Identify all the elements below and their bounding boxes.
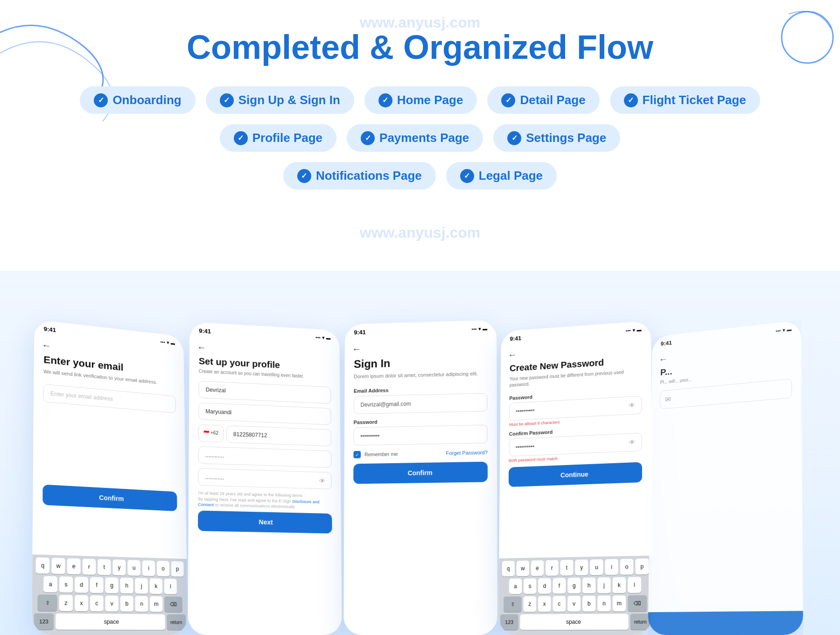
- tag-detail[interactable]: ✓ Detail Page: [487, 86, 599, 114]
- key-c[interactable]: c: [90, 595, 104, 612]
- key-n[interactable]: n: [597, 595, 610, 611]
- key-t[interactable]: t: [560, 560, 573, 576]
- signin-password-input[interactable]: ••••••••••: [354, 425, 488, 446]
- key-f[interactable]: f: [90, 577, 103, 593]
- phone-input[interactable]: 81225807712: [226, 425, 331, 446]
- remember-row: ✓ Remember me Forget Password?: [353, 449, 487, 459]
- password-input[interactable]: ............: [198, 446, 332, 468]
- key-s[interactable]: s: [524, 579, 537, 594]
- key-m[interactable]: m: [150, 596, 163, 612]
- tag-flight[interactable]: ✓ Flight Ticket Page: [610, 86, 760, 114]
- key-a[interactable]: a: [509, 579, 522, 594]
- key-h[interactable]: h: [582, 578, 595, 593]
- key-k[interactable]: k: [150, 579, 163, 594]
- key-o[interactable]: o: [157, 561, 169, 577]
- key-f[interactable]: f: [553, 578, 566, 594]
- key-c[interactable]: c: [553, 596, 566, 612]
- key-return[interactable]: return: [167, 614, 186, 630]
- keyboard-4: q w e r t y u i o p a s d f g h: [498, 556, 652, 635]
- key-shift[interactable]: ⇧: [504, 596, 522, 612]
- eye-icon-2[interactable]: 👁: [629, 438, 635, 446]
- eye-icon[interactable]: 👁: [319, 477, 326, 485]
- phone-row: 🇮🇩 +62 81225807712: [198, 424, 331, 446]
- confirm-pass-input[interactable]: ••••••••••: [509, 433, 642, 457]
- tag-onboarding[interactable]: ✓ Onboarding: [80, 86, 195, 114]
- key-e[interactable]: e: [531, 560, 544, 576]
- key-o[interactable]: o: [620, 559, 634, 575]
- tag-signup[interactable]: ✓ Sign Up & Sign In: [206, 86, 354, 114]
- key-x[interactable]: x: [75, 595, 88, 612]
- key-g[interactable]: g: [567, 578, 581, 593]
- phone3-content: Sign In Dorem ipsum dolor sit amet, cons…: [344, 354, 497, 484]
- continue-button[interactable]: Continue: [509, 462, 642, 487]
- tag-notifications[interactable]: ✓ Notifications Page: [283, 162, 436, 190]
- key-q[interactable]: q: [36, 557, 50, 574]
- key-z[interactable]: z: [59, 595, 73, 611]
- key-h[interactable]: h: [120, 578, 133, 593]
- key-u[interactable]: u: [590, 559, 603, 575]
- key-l[interactable]: l: [164, 579, 177, 594]
- key-s[interactable]: s: [59, 576, 73, 593]
- key-v[interactable]: v: [105, 595, 119, 611]
- key-x[interactable]: x: [538, 596, 551, 612]
- key-g[interactable]: g: [105, 578, 118, 593]
- key-r[interactable]: r: [83, 558, 96, 575]
- tag-legal[interactable]: ✓ Legal Page: [446, 162, 557, 190]
- key-d[interactable]: d: [75, 577, 88, 593]
- phone-1-wrapper: 9:41 ▪▪▪ ▾ ▬ ← Enter your email We will …: [63, 318, 198, 635]
- key-123[interactable]: 123: [34, 613, 54, 629]
- key-u[interactable]: u: [127, 560, 140, 576]
- key-q[interactable]: q: [502, 561, 515, 577]
- email-input[interactable]: Enter your email address: [43, 384, 176, 414]
- signin-email-input[interactable]: Devrizal@gmail.com: [354, 393, 488, 414]
- key-a[interactable]: a: [43, 576, 57, 593]
- forgot-link[interactable]: Forget Password?: [446, 450, 488, 456]
- key-v[interactable]: v: [567, 596, 581, 612]
- key-j[interactable]: j: [597, 577, 610, 593]
- key-space[interactable]: space: [520, 614, 628, 630]
- email-label: Email Address: [354, 385, 488, 394]
- key-k[interactable]: k: [613, 577, 626, 593]
- country-code[interactable]: 🇮🇩 +62: [198, 424, 224, 443]
- signin-confirm-button[interactable]: Confirm: [353, 462, 488, 484]
- key-w[interactable]: w: [517, 561, 529, 577]
- key-d[interactable]: d: [538, 578, 551, 594]
- key-z[interactable]: z: [524, 596, 537, 612]
- key-m[interactable]: m: [613, 595, 626, 611]
- tag-profile[interactable]: ✓ Profile Page: [220, 124, 336, 152]
- next-button[interactable]: Next: [198, 510, 332, 533]
- key-shift[interactable]: ⇧: [37, 594, 57, 611]
- phone-new-password: 9:41 ▪▪▪ ▾ ▬ ← Create New Password Your …: [498, 321, 652, 635]
- status-time: 9:41: [199, 327, 211, 335]
- key-l[interactable]: l: [628, 577, 641, 593]
- confirm-button[interactable]: Confirm: [42, 485, 177, 511]
- tag-home[interactable]: ✓ Home Page: [364, 86, 477, 114]
- eye-icon[interactable]: 👁: [629, 402, 635, 409]
- tag-payments[interactable]: ✓ Payments Page: [347, 124, 483, 152]
- key-123[interactable]: 123: [500, 614, 518, 630]
- phone2-content: Set up your profile Create an account so…: [189, 355, 341, 533]
- remember-checkbox[interactable]: ✓: [353, 451, 361, 459]
- key-b[interactable]: b: [120, 596, 133, 612]
- key-n[interactable]: n: [135, 596, 148, 612]
- key-y[interactable]: y: [575, 559, 588, 575]
- lastname-input[interactable]: Maryuandi: [198, 402, 331, 425]
- key-r[interactable]: r: [546, 560, 559, 576]
- phone3-subtitle: Dorem ipsum dolor sit amet, consectetur …: [354, 370, 487, 381]
- phone5-field: ✉: [660, 379, 792, 409]
- key-p[interactable]: p: [171, 561, 184, 577]
- key-e[interactable]: e: [67, 558, 81, 575]
- key-space[interactable]: space: [56, 614, 165, 630]
- key-b[interactable]: b: [582, 596, 595, 612]
- key-w[interactable]: w: [51, 558, 65, 574]
- password2-input[interactable]: ............: [198, 468, 332, 489]
- key-y[interactable]: y: [112, 559, 126, 575]
- key-j[interactable]: j: [135, 578, 148, 594]
- firstname-input[interactable]: Devrizal: [198, 381, 331, 404]
- key-i[interactable]: i: [605, 559, 618, 575]
- tag-settings[interactable]: ✓ Settings Page: [493, 124, 620, 152]
- phone5-bottom-btn[interactable]: [648, 611, 803, 635]
- key-t[interactable]: t: [98, 559, 111, 575]
- key-i[interactable]: i: [142, 560, 155, 576]
- key-delete[interactable]: ⌫: [164, 596, 182, 612]
